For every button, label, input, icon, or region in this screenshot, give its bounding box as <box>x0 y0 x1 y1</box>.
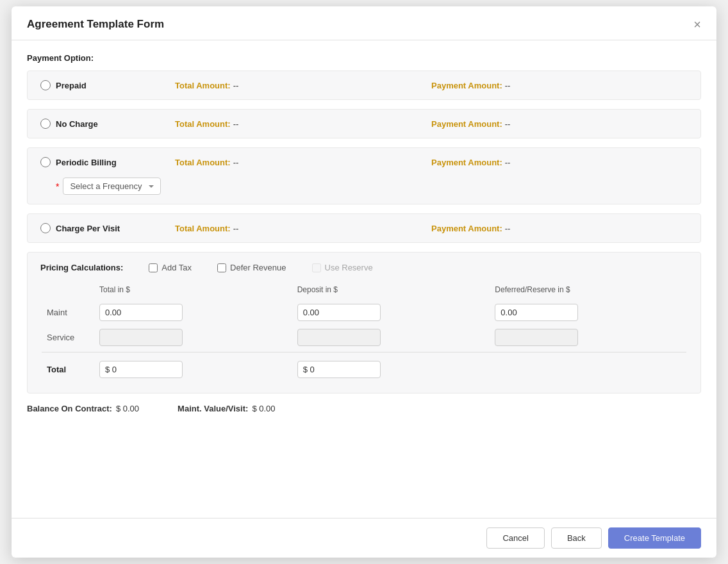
prepaid-total-label: Total Amount: <box>175 81 231 90</box>
add-tax-checkbox[interactable] <box>149 263 158 272</box>
add-tax-group: Add Tax <box>149 263 192 272</box>
payment-option-prepaid: Prepaid Total Amount: -- Payment Amount:… <box>27 70 701 100</box>
charge-per-visit-payment-block: Payment Amount: -- <box>431 224 688 233</box>
prepaid-radio[interactable] <box>40 80 51 90</box>
no-charge-total-label: Total Amount: <box>175 119 231 129</box>
prepaid-amounts: Total Amount: -- Payment Amount: -- <box>175 81 688 90</box>
charge-per-visit-radio-label[interactable]: Charge Per Visit <box>40 223 169 233</box>
modal-header: Agreement Template Form × <box>12 6 716 40</box>
periodic-total-block: Total Amount: -- <box>175 158 431 167</box>
maint-value-value: $ 0.00 <box>252 404 275 413</box>
service-total-cell <box>94 326 291 349</box>
balance-on-contract-label: Balance On Contract: <box>27 404 112 413</box>
maint-total-cell <box>94 301 291 324</box>
col-header-deferred: Deferred/Reserve in $ <box>490 283 686 299</box>
pricing-calculations-section: Pricing Calculations: Add Tax Defer Reve… <box>27 252 701 394</box>
maint-total-input[interactable] <box>99 304 183 321</box>
periodic-payment-value: -- <box>505 158 511 167</box>
maint-deferred-input[interactable] <box>495 304 578 321</box>
use-reserve-label: Use Reserve <box>325 263 373 272</box>
defer-revenue-label: Defer Revenue <box>230 263 286 272</box>
charge-per-visit-name: Charge Per Visit <box>56 224 120 233</box>
total-row-label: Total <box>42 358 93 381</box>
service-deferred-cell <box>490 326 686 349</box>
prepaid-payment-label: Payment Amount: <box>431 81 502 90</box>
cancel-button[interactable]: Cancel <box>486 527 544 549</box>
no-charge-total-block: Total Amount: -- <box>175 119 431 129</box>
total-total-cell <box>94 358 291 381</box>
charge-per-visit-radio[interactable] <box>40 223 51 233</box>
periodic-radio-label[interactable]: Periodic Billing <box>40 157 169 167</box>
balance-on-contract-value: $ 0.00 <box>116 404 139 413</box>
charge-per-visit-payment-label: Payment Amount: <box>431 224 502 233</box>
prepaid-total-block: Total Amount: -- <box>175 81 431 90</box>
modal-body: Payment Option: Prepaid Total Amount: --… <box>12 40 716 518</box>
back-button[interactable]: Back <box>551 527 602 549</box>
service-deposit-cell <box>292 326 489 349</box>
frequency-select[interactable]: Select a Frequency Monthly Quarterly Ann… <box>63 178 161 195</box>
defer-revenue-checkbox[interactable] <box>217 263 226 272</box>
service-deposit-input[interactable] <box>297 329 381 346</box>
modal-footer: Cancel Back Create Template <box>12 518 716 558</box>
balance-row: Balance On Contract: $ 0.00 Maint. Value… <box>27 404 701 413</box>
no-charge-payment-value: -- <box>505 119 511 129</box>
charge-per-visit-total-label: Total Amount: <box>175 224 231 233</box>
pricing-table: Total in $ Deposit in $ Deferred/Reserve… <box>40 281 688 383</box>
add-tax-label: Add Tax <box>161 263 192 272</box>
use-reserve-checkbox[interactable] <box>312 263 321 272</box>
periodic-payment-block: Payment Amount: -- <box>431 158 688 167</box>
col-header-total: Total in $ <box>94 283 291 299</box>
total-total-input[interactable] <box>99 361 183 378</box>
no-charge-payment-label: Payment Amount: <box>431 119 502 129</box>
col-header-empty <box>42 283 93 299</box>
periodic-total-value: -- <box>233 158 239 167</box>
periodic-name: Periodic Billing <box>56 158 117 167</box>
periodic-amounts: Total Amount: -- Payment Amount: -- <box>175 158 688 167</box>
frequency-row: * Select a Frequency Monthly Quarterly A… <box>40 178 161 195</box>
service-total-input[interactable] <box>99 329 183 346</box>
close-button[interactable]: × <box>693 18 701 31</box>
periodic-payment-label: Payment Amount: <box>431 158 502 167</box>
modal-title: Agreement Template Form <box>27 18 164 31</box>
pricing-table-header: Total in $ Deposit in $ Deferred/Reserve… <box>42 283 686 299</box>
charge-per-visit-payment-value: -- <box>505 224 511 233</box>
periodic-radio[interactable] <box>40 157 51 167</box>
payment-option-label: Payment Option: <box>27 53 701 63</box>
payment-option-no-charge: No Charge Total Amount: -- Payment Amoun… <box>27 109 701 138</box>
no-charge-amounts: Total Amount: -- Payment Amount: -- <box>175 119 688 129</box>
use-reserve-group: Use Reserve <box>312 263 373 272</box>
table-row: Maint <box>42 301 686 324</box>
pricing-title: Pricing Calculations: <box>40 263 123 272</box>
total-row: Total <box>42 358 686 381</box>
total-deposit-cell <box>292 358 489 381</box>
maint-value-per-visit: Maint. Value/Visit: $ 0.00 <box>178 404 275 413</box>
payment-option-charge-per-visit: Charge Per Visit Total Amount: -- Paymen… <box>27 213 701 243</box>
no-charge-name: No Charge <box>56 119 98 129</box>
defer-revenue-group: Defer Revenue <box>217 263 286 272</box>
create-template-button[interactable]: Create Template <box>608 527 701 549</box>
agreement-template-modal: Agreement Template Form × Payment Option… <box>12 6 716 558</box>
prepaid-payment-value: -- <box>505 81 511 90</box>
col-header-deposit: Deposit in $ <box>292 283 489 299</box>
pricing-header: Pricing Calculations: Add Tax Defer Reve… <box>40 263 688 272</box>
prepaid-name: Prepaid <box>56 81 87 90</box>
maint-deposit-cell <box>292 301 489 324</box>
prepaid-total-value: -- <box>233 81 239 90</box>
balance-on-contract: Balance On Contract: $ 0.00 <box>27 404 139 413</box>
no-charge-radio[interactable] <box>40 119 51 129</box>
prepaid-payment-block: Payment Amount: -- <box>431 81 688 90</box>
charge-per-visit-total-value: -- <box>233 224 239 233</box>
prepaid-radio-label[interactable]: Prepaid <box>40 80 169 90</box>
no-charge-total-value: -- <box>233 119 239 129</box>
charge-per-visit-amounts: Total Amount: -- Payment Amount: -- <box>175 224 688 233</box>
service-deferred-input[interactable] <box>495 329 578 346</box>
charge-per-visit-total-block: Total Amount: -- <box>175 224 431 233</box>
table-row: Service <box>42 326 686 349</box>
payment-option-periodic: Periodic Billing Total Amount: -- Paymen… <box>27 147 701 204</box>
no-charge-radio-label[interactable]: No Charge <box>40 119 169 129</box>
total-deposit-input[interactable] <box>297 361 381 378</box>
total-deferred-cell <box>490 358 686 381</box>
maint-deposit-input[interactable] <box>297 304 381 321</box>
required-star: * <box>56 181 59 192</box>
periodic-top-row: Periodic Billing Total Amount: -- Paymen… <box>40 157 688 167</box>
